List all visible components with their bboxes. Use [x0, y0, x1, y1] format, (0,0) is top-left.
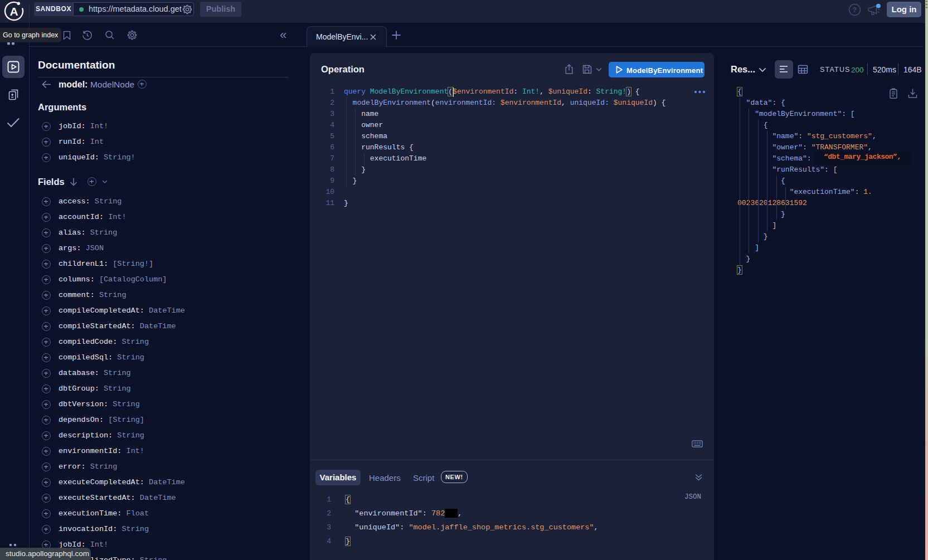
svg-text:A: A: [9, 5, 18, 18]
svg-text:?: ?: [853, 6, 857, 14]
